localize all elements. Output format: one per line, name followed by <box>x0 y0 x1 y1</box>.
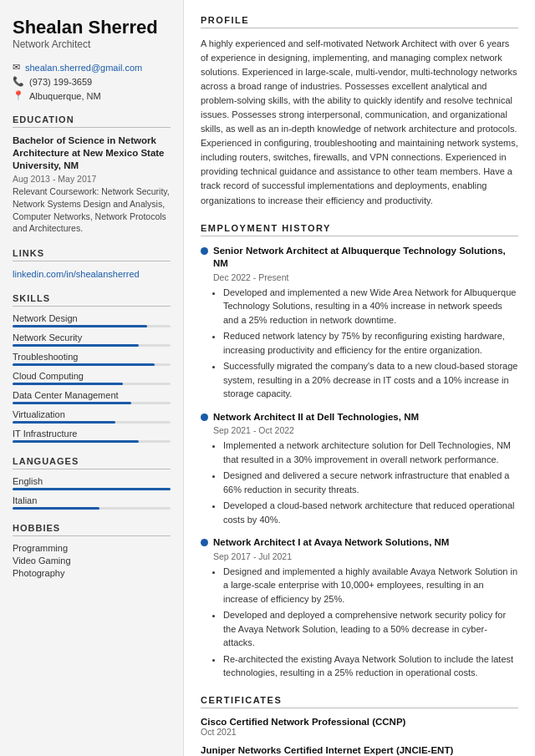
job-dot <box>201 247 208 255</box>
education-courses: Relevant Coursework: Network Security, N… <box>13 185 171 235</box>
cert-name: Juniper Networks Certified Internet Expe… <box>201 745 518 755</box>
email-link[interactable]: shealan.sherred@gmail.com <box>25 63 142 73</box>
skills-section-title: SKILLS <box>13 293 171 307</box>
links-section-title: LINKS <box>13 248 171 261</box>
language-item: English <box>13 476 171 490</box>
contact-location: 📍 Albuquerque, NM <box>13 90 171 101</box>
courses-label: Relevant Coursework: <box>13 186 99 196</box>
hobby-item: Video Gaming <box>13 556 171 566</box>
hobby-item: Photography <box>13 568 171 578</box>
job-bullet: Designed and implemented a highly availa… <box>223 565 518 606</box>
job-title: Network Architect <box>13 38 171 50</box>
skill-bar-bg <box>13 402 171 404</box>
skills-list: Network Design Network Security Troubles… <box>13 313 171 443</box>
skill-label: Troubleshooting <box>13 352 171 362</box>
job-dates: Sep 2021 - Oct 2022 <box>213 425 518 435</box>
skill-bar-bg <box>13 344 171 347</box>
language-bar-bg <box>13 507 171 510</box>
skill-bar-bg <box>13 421 171 424</box>
skill-item: Troubleshooting <box>13 352 171 366</box>
job-bullet: Developed a cloud-based network architec… <box>223 499 518 526</box>
skill-label: Cloud Computing <box>13 371 171 381</box>
phone-number: (973) 199-3659 <box>29 77 92 87</box>
linkedin-link[interactable]: linkedin.com/in/shealansherred <box>13 269 140 279</box>
skill-bar-fill <box>13 421 115 424</box>
skill-bar-bg <box>13 440 171 443</box>
employment-section-heading: EMPLOYMENT HISTORY <box>201 223 518 236</box>
job-dates: Sep 2017 - Jul 2021 <box>213 551 518 561</box>
skill-bar-fill <box>13 383 123 385</box>
skill-item: Cloud Computing <box>13 371 171 385</box>
skill-item: Virtualization <box>13 409 171 424</box>
languages-section-title: LANGUAGES <box>13 456 171 469</box>
certificates-list: Cisco Certified Network Professional (CC… <box>201 717 518 756</box>
skill-item: Data Center Management <box>13 390 171 404</box>
skill-bar-bg <box>13 363 171 366</box>
certificate-entry: Juniper Networks Certified Internet Expe… <box>201 745 518 756</box>
job-bullet: Implemented a network architecture solut… <box>223 439 518 466</box>
phone-icon: 📞 <box>13 76 24 87</box>
languages-list: English Italian <box>13 476 171 510</box>
job-entry: Senior Network Architect at Albuquerque … <box>201 245 518 401</box>
job-entry: Network Architect II at Dell Technologie… <box>201 411 518 527</box>
job-title: Senior Network Architect at Albuquerque … <box>213 245 518 271</box>
hobby-item: Programming <box>13 543 171 553</box>
jobs-list: Senior Network Architect at Albuquerque … <box>201 245 518 680</box>
education-dates: Aug 2013 - May 2017 <box>13 174 171 184</box>
skill-label: IT Infrastructure <box>13 429 171 439</box>
linkedin-link-container: linkedin.com/in/shealansherred <box>13 268 171 280</box>
skill-label: Virtualization <box>13 409 171 419</box>
language-bar-bg <box>13 488 171 490</box>
job-entry: Network Architect I at Avaya Network Sol… <box>201 536 518 680</box>
job-bullets-list: Implemented a network architecture solut… <box>213 439 518 526</box>
hobbies-section-title: HOBBIES <box>13 523 171 536</box>
language-bar-fill <box>13 507 99 510</box>
job-dot <box>201 539 208 546</box>
full-name: Shealan Sherred <box>13 17 171 38</box>
job-bullets-list: Developed and implemented a new Wide Are… <box>213 286 518 401</box>
language-label: Italian <box>13 495 171 505</box>
skill-bar-fill <box>13 325 147 327</box>
hobbies-list: ProgrammingVideo GamingPhotography <box>13 543 171 578</box>
skill-bar-fill <box>13 402 131 404</box>
job-title: Network Architect I at Avaya Network Sol… <box>213 536 449 550</box>
job-bullet: Reduced network latency by 75% by reconf… <box>223 329 518 357</box>
job-bullets-list: Designed and implemented a highly availa… <box>213 565 518 680</box>
location-icon: 📍 <box>13 90 24 101</box>
job-bullet: Developed and implemented a new Wide Are… <box>223 286 518 327</box>
job-bullet: Developed and deployed a comprehensive n… <box>223 608 518 650</box>
contact-phone: 📞 (973) 199-3659 <box>13 76 171 87</box>
skill-bar-fill <box>13 440 139 443</box>
skill-label: Data Center Management <box>13 390 171 400</box>
language-bar-fill <box>13 488 171 490</box>
contact-email: ✉ shealan.sherred@gmail.com <box>13 62 171 73</box>
profile-text: A highly experienced and self-motivated … <box>201 37 518 208</box>
location-text: Albuquerque, NM <box>29 91 101 101</box>
certificate-entry: Cisco Certified Network Professional (CC… <box>201 717 518 737</box>
education-degree: Bachelor of Science in Network Architect… <box>13 134 171 172</box>
email-icon: ✉ <box>13 62 20 73</box>
right-column: PROFILE A highly experienced and self-mo… <box>184 0 535 756</box>
left-column: Shealan Sherred Network Architect ✉ shea… <box>0 0 184 756</box>
job-title-line: Network Architect I at Avaya Network Sol… <box>201 536 518 550</box>
job-bullet: Designed and delivered a secure network … <box>223 469 518 496</box>
language-label: English <box>13 476 171 486</box>
certificates-section-heading: CERTIFICATES <box>201 695 518 708</box>
job-bullet: Re-architected the existing Avaya Networ… <box>223 652 518 680</box>
skill-bar-bg <box>13 325 171 327</box>
job-title: Network Architect II at Dell Technologie… <box>213 411 419 424</box>
cert-date: Oct 2021 <box>201 727 518 737</box>
skill-bar-fill <box>13 363 155 366</box>
job-dates: Dec 2022 - Present <box>213 272 518 282</box>
skill-bar-fill <box>13 344 139 347</box>
skill-label: Network Design <box>13 313 171 323</box>
job-title-line: Senior Network Architect at Albuquerque … <box>201 245 518 271</box>
cert-name: Cisco Certified Network Professional (CC… <box>201 717 518 727</box>
job-title-line: Network Architect II at Dell Technologie… <box>201 411 518 424</box>
skill-bar-bg <box>13 383 171 385</box>
profile-section-heading: PROFILE <box>201 15 518 28</box>
education-section-title: EDUCATION <box>13 114 171 128</box>
job-bullet: Successfully migrated the company's data… <box>223 359 518 401</box>
skill-item: Network Security <box>13 332 171 347</box>
skill-item: Network Design <box>13 313 171 327</box>
